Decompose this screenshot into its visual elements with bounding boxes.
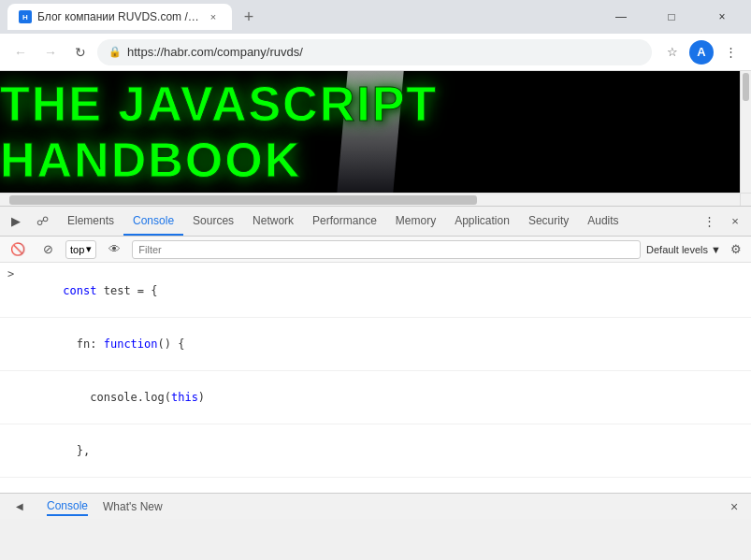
address-right-controls: ☆ A ⋮ [659,39,744,65]
back-button[interactable]: ← [7,39,34,65]
devtools-panel: ▶ ☍ Elements Console Sources Network Per… [0,206,751,519]
page-scroll-area: THE JAVASCRIPT HANDBOOK [0,71,751,193]
tab-elements[interactable]: Elements [58,207,123,236]
console-filter-icon[interactable]: ⊘ [36,237,60,262]
tab-console[interactable]: Console [123,207,183,236]
inspect-element-button[interactable]: ▶ [4,209,28,234]
device-toggle-button[interactable]: ☍ [30,209,54,234]
refresh-button[interactable]: ↻ [67,39,94,65]
profile-button[interactable]: A [689,40,714,65]
console-toolbar: 🚫 ⊘ top ▾ 👁 Default levels ▼ ⚙ [0,237,751,263]
console-output[interactable]: const test = { fn: function() { console.… [0,263,751,493]
console-filter-input[interactable] [132,240,641,259]
hero-title: THE JAVASCRIPT HANDBOOK [0,76,740,188]
tab-security[interactable]: Security [519,207,578,236]
devtools-right-icons: ⋮ × [693,209,751,234]
devtools-left-icons: ▶ ☍ [0,209,58,234]
devtools-more-button[interactable]: ⋮ [697,209,721,234]
devtools-close-button[interactable]: × [723,209,747,234]
console-line: fn: function() { [0,318,751,371]
bookmark-button[interactable]: ☆ [659,39,686,65]
maximize-button[interactable]: □ [650,0,693,34]
hero-banner: THE JAVASCRIPT HANDBOOK [0,71,740,193]
tab-sources[interactable]: Sources [183,207,243,236]
lock-icon: 🔒 [108,46,122,58]
console-line: console.log(this) [0,371,751,424]
horizontal-scrollbar-thumb[interactable] [9,195,477,205]
devtools-bottom-right: × [725,497,744,516]
forward-button[interactable]: → [37,39,64,65]
scrollbar-thumb[interactable] [743,73,749,101]
tab-network[interactable]: Network [243,207,303,236]
title-bar: H Блог компании RUVDS.com / Ха... × + — … [0,0,751,34]
console-line: const test = { [0,265,751,318]
tab-memory[interactable]: Memory [386,207,445,236]
tab-performance[interactable]: Performance [303,207,386,236]
console-line: }, [0,424,751,478]
horizontal-scrollbar-track[interactable] [0,194,740,206]
devtools-bottom-bar: ◀ Console What's New × [0,493,751,519]
tab-favicon: H [19,10,32,23]
tab-title: Блог компании RUVDS.com / Ха... [37,10,200,23]
url-text: https://habr.com/company/ruvds/ [127,45,303,59]
tab-audits[interactable]: Audits [578,207,628,236]
close-button[interactable]: × [700,0,744,34]
window-controls: — □ × [599,0,744,34]
bottom-tab-whats-new[interactable]: What's New [103,498,163,515]
tab-application[interactable]: Application [445,207,519,236]
tab-close-button[interactable]: × [206,9,221,24]
horizontal-scrollbar-row [0,193,751,206]
minimize-button[interactable]: — [599,0,643,34]
address-bar: ← → ↻ 🔒 https://habr.com/company/ruvds/ … [0,34,751,71]
devtools-toolbar: ▶ ☍ Elements Console Sources Network Per… [0,207,751,237]
tab-area: H Блог компании RUVDS.com / Ха... × + [7,4,262,30]
new-tab-button[interactable]: + [236,4,262,30]
active-tab[interactable]: H Блог компании RUVDS.com / Ха... × [7,4,232,30]
console-line: arrFn: () => { [0,478,751,493]
context-value: top [70,244,84,255]
url-bar[interactable]: 🔒 https://habr.com/company/ruvds/ [97,39,652,65]
devtools-tabs: Elements Console Sources Network Perform… [58,207,693,236]
context-selector[interactable]: top ▾ [65,240,96,259]
context-dropdown-icon: ▾ [86,243,92,255]
bottom-close-button[interactable]: × [725,497,744,516]
console-settings-button[interactable]: ⚙ [727,240,745,259]
console-clear-button[interactable]: 🚫 [6,237,30,262]
scrollbar-corner [740,194,751,206]
vertical-scrollbar[interactable] [740,71,751,193]
log-levels-label: Default levels ▼ [646,244,721,255]
devtools-expand-button[interactable]: ◀ [7,495,32,519]
log-levels-button[interactable]: Default levels ▼ [646,244,721,255]
page-main: THE JAVASCRIPT HANDBOOK [0,71,740,193]
eye-button[interactable]: 👁 [102,237,126,262]
menu-button[interactable]: ⋮ [717,39,744,65]
bottom-tab-console[interactable]: Console [47,497,88,516]
